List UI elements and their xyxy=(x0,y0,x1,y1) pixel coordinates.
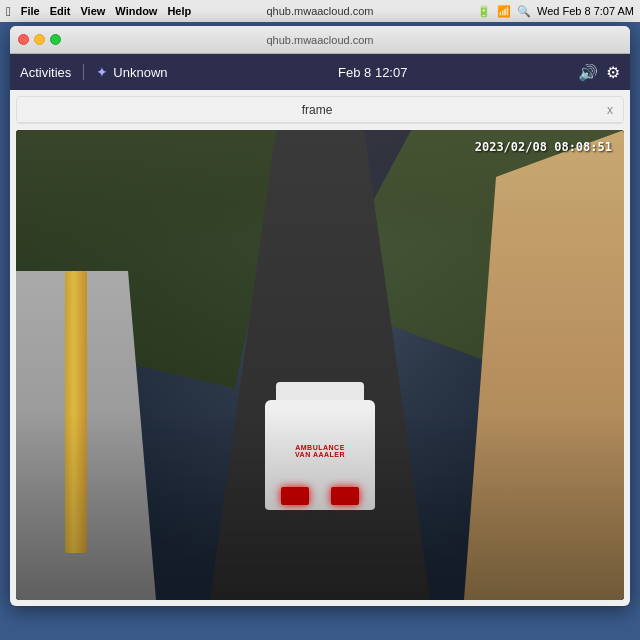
traffic-lights xyxy=(18,34,61,45)
menubar-right: 🔋 📶 🔍 Wed Feb 8 7:07 AM xyxy=(477,5,634,18)
volume-icon[interactable]: 🔊 xyxy=(578,63,598,82)
toolbar-activities[interactable]: Activities xyxy=(20,65,71,80)
titlebar-url: qhub.mwaacloud.com xyxy=(266,34,373,46)
toolbar-unknown[interactable]: ✦ Unknown xyxy=(96,64,167,80)
frame-close-button[interactable]: x xyxy=(607,103,613,117)
frame-panel: frame x xyxy=(16,96,624,124)
menu-edit[interactable]: Edit xyxy=(50,5,71,17)
maximize-button[interactable] xyxy=(50,34,61,45)
menu-file[interactable]: File xyxy=(21,5,40,17)
menu-search-icon[interactable]: 🔍 xyxy=(517,5,531,18)
camera-view: AMBULANCE VAN AAALER 2023/02/08 08:08:51 xyxy=(16,130,624,600)
settings-icon[interactable]: ⚙ xyxy=(606,63,620,82)
vehicle-text: AMBULANCE VAN AAALER xyxy=(295,444,345,458)
frame-panel-header: frame x xyxy=(17,97,623,123)
toolbar-unknown-label: Unknown xyxy=(113,65,167,80)
menubar-left:  File Edit View Window Help xyxy=(6,4,191,19)
vehicle-body: AMBULANCE VAN AAALER xyxy=(265,400,375,511)
menubar-url: qhub.mwaacloud.com xyxy=(266,5,373,17)
menu-view[interactable]: View xyxy=(80,5,105,17)
toolbar-datetime: Feb 8 12:07 xyxy=(180,65,567,80)
camera-timestamp: 2023/02/08 08:08:51 xyxy=(475,140,612,154)
pole-left xyxy=(65,271,87,553)
tail-light-right xyxy=(331,487,359,505)
close-button[interactable] xyxy=(18,34,29,45)
menu-window[interactable]: Window xyxy=(115,5,157,17)
menu-datetime: Wed Feb 8 7:07 AM xyxy=(537,5,634,17)
apple-logo:  xyxy=(6,4,11,19)
minimize-button[interactable] xyxy=(34,34,45,45)
vehicle: AMBULANCE VAN AAALER xyxy=(265,400,375,530)
video-container: AMBULANCE VAN AAALER 2023/02/08 08:08:51 xyxy=(16,130,624,600)
toolbar-right: 🔊 ⚙ xyxy=(578,63,620,82)
window-titlebar: qhub.mwaacloud.com xyxy=(10,26,630,54)
tail-light-left xyxy=(281,487,309,505)
macos-menubar:  File Edit View Window Help qhub.mwaacl… xyxy=(0,0,640,22)
vehicle-rear xyxy=(265,482,375,510)
menu-battery-icon: 🔋 xyxy=(477,5,491,18)
app-toolbar: Activities ✦ Unknown Feb 8 12:07 🔊 ⚙ xyxy=(10,54,630,90)
unknown-icon: ✦ xyxy=(96,64,108,80)
main-window: qhub.mwaacloud.com Activities ✦ Unknown … xyxy=(10,26,630,606)
menu-help[interactable]: Help xyxy=(167,5,191,17)
frame-label: frame xyxy=(27,103,607,117)
menu-wifi-icon: 📶 xyxy=(497,5,511,18)
toolbar-separator xyxy=(83,64,84,80)
